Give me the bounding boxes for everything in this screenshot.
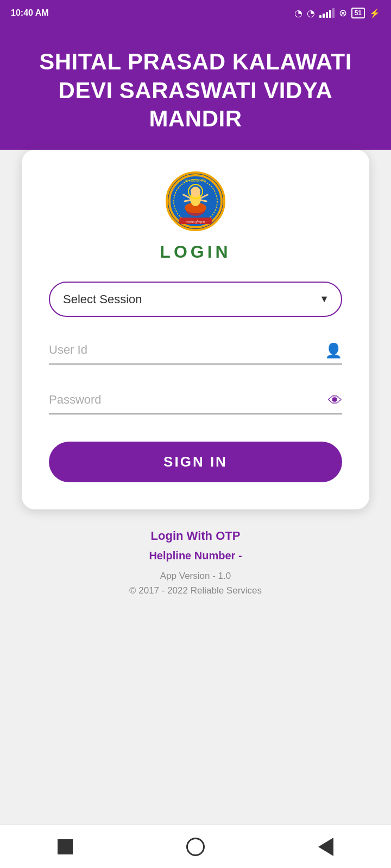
charging-icon: ⚡ bbox=[369, 8, 380, 18]
recent-apps-icon bbox=[58, 839, 73, 854]
user-id-group: 👤 bbox=[49, 336, 342, 365]
login-title: LOGIN bbox=[160, 242, 231, 262]
back-button[interactable] bbox=[316, 837, 336, 857]
sign-in-button[interactable]: SIGN IN bbox=[49, 442, 342, 482]
password-group: 👁 bbox=[49, 386, 342, 414]
school-logo: स्वयमेव मृगेन्द्रता सरस्वती विद्या मन्दि… bbox=[166, 171, 225, 231]
user-icon: 👤 bbox=[325, 342, 342, 359]
school-title: SHITAL PRASAD KALAWATI DEVI SARASWATI VI… bbox=[16, 48, 375, 133]
footer-section: Login With OTP Helpline Number - App Ver… bbox=[129, 529, 262, 598]
svg-line-10 bbox=[201, 200, 206, 201]
notification-icon-2: ◔ bbox=[307, 8, 315, 19]
card-wrapper: स्वयमेव मृगेन्द्रता सरस्वती विद्या मन्दि… bbox=[0, 150, 391, 825]
eye-icon[interactable]: 👁 bbox=[328, 392, 342, 409]
session-select-wrapper[interactable]: Select Session 2021-2022 2022-2023 2023-… bbox=[49, 282, 342, 317]
home-icon bbox=[186, 838, 205, 856]
navigation-bar bbox=[0, 825, 391, 868]
logo-svg: स्वयमेव मृगेन्द्रता सरस्वती विद्या मन्दि… bbox=[168, 174, 223, 228]
svg-text:सरस्वती विद्या मन्दिर: सरस्वती विद्या मन्दिर bbox=[184, 178, 207, 182]
status-time: 10:40 AM bbox=[11, 8, 49, 18]
back-icon bbox=[318, 838, 333, 856]
notification-icon-1: ◔ bbox=[294, 8, 302, 19]
home-button[interactable] bbox=[186, 837, 205, 857]
status-bar: 10:40 AM ◔ ◔ ⊗ 51 ⚡ bbox=[0, 0, 391, 26]
svg-text:स्वयमेव मृगेन्द्रता: स्वयमेव मृगेन्द्रता bbox=[186, 220, 206, 224]
battery-indicator: 51 bbox=[351, 8, 365, 18]
user-id-input[interactable] bbox=[49, 336, 342, 365]
helpline-text: Helpline Number - bbox=[149, 550, 242, 562]
wifi-icon: ⊗ bbox=[339, 7, 347, 19]
session-select[interactable]: Select Session 2021-2022 2022-2023 2023-… bbox=[49, 282, 342, 317]
login-card: स्वयमेव मृगेन्द्रता सरस्वती विद्या मन्दि… bbox=[22, 150, 369, 509]
app-version-text: App Version - 1.0 © 2017 - 2022 Reliable… bbox=[129, 569, 262, 598]
svg-line-9 bbox=[185, 200, 190, 201]
login-otp-link[interactable]: Login With OTP bbox=[151, 529, 241, 543]
recent-apps-button[interactable] bbox=[55, 837, 75, 857]
status-icons: ◔ ◔ ⊗ 51 ⚡ bbox=[294, 7, 380, 19]
svg-point-5 bbox=[191, 187, 200, 196]
logo-circle: स्वयमेव मृगेन्द्रता सरस्वती विद्या मन्दि… bbox=[166, 171, 225, 231]
signal-bars-icon bbox=[319, 8, 335, 18]
password-input[interactable] bbox=[49, 386, 342, 414]
